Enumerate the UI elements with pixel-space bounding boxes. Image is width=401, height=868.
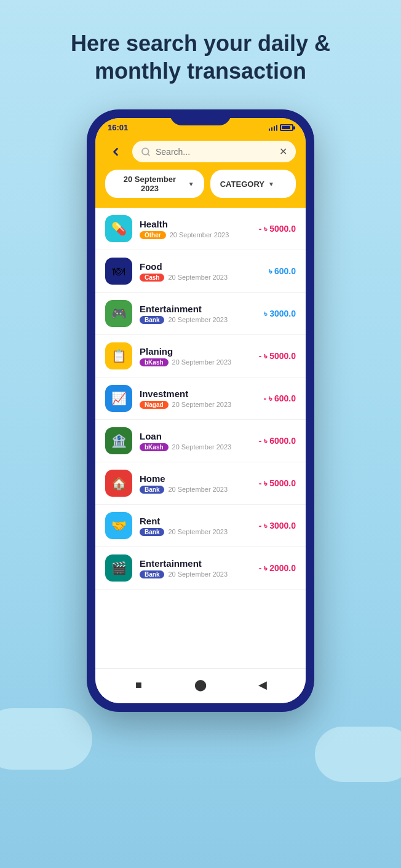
transaction-date: 20 September 2023	[168, 486, 228, 493]
phone-wrapper: 16:01	[0, 109, 401, 712]
transaction-icon: 🎬	[105, 554, 132, 582]
transaction-date: 20 September 2023	[172, 358, 232, 366]
category-chevron-icon: ▼	[268, 181, 274, 187]
transaction-details: Investment Nagad 20 September 2023	[140, 389, 256, 409]
transaction-details: Loan bKash 20 September 2023	[140, 431, 252, 451]
transaction-tag: bKash	[140, 358, 169, 366]
transaction-name: Rent	[140, 516, 252, 526]
category-filter-label: CATEGORY	[220, 180, 264, 189]
back-button[interactable]	[105, 141, 126, 162]
transaction-name: Investment	[140, 389, 256, 399]
transaction-tag: bKash	[140, 443, 169, 451]
transaction-tag: Other	[140, 231, 166, 239]
transaction-details: Planing bKash 20 September 2023	[140, 346, 252, 366]
transaction-tag: Bank	[140, 316, 164, 324]
transaction-amount: - ৳ 6000.0	[259, 436, 296, 446]
transaction-icon-emoji: 💊	[111, 221, 127, 236]
status-time: 16:01	[108, 123, 128, 132]
transaction-icon-emoji: 🏦	[111, 433, 127, 448]
svg-line-1	[148, 154, 149, 156]
transaction-name: Health	[140, 219, 252, 229]
transaction-item[interactable]: 🎬 Entertainment Bank 20 September 2023 -…	[95, 547, 306, 590]
signal-bar-2	[271, 127, 272, 131]
nav-back-button[interactable]: ◀	[254, 676, 271, 693]
search-icon	[141, 147, 151, 157]
transaction-details: Food Cash 20 September 2023	[140, 261, 261, 282]
battery-icon	[280, 124, 293, 131]
date-filter-label: 20 September 2023	[115, 175, 185, 193]
transaction-name: Entertainment	[140, 558, 252, 569]
cloud-decoration-right	[315, 727, 401, 782]
page-title: Here search your daily & monthly transac…	[0, 0, 401, 103]
transaction-details: Rent Bank 20 September 2023	[140, 516, 252, 536]
transaction-tag: Bank	[140, 528, 164, 536]
search-input[interactable]	[156, 147, 274, 157]
transaction-name: Planing	[140, 346, 252, 357]
clear-search-button[interactable]: ✕	[279, 146, 287, 157]
transaction-tag: Nagad	[140, 401, 169, 409]
date-filter-button[interactable]: 20 September 2023 ▼	[105, 170, 204, 198]
transaction-icon: 🎮	[105, 300, 132, 327]
date-chevron-icon: ▼	[188, 181, 194, 187]
search-box: ✕	[132, 141, 296, 162]
transaction-name: Home	[140, 473, 252, 484]
transaction-item[interactable]: 🎮 Entertainment Bank 20 September 2023 ৳…	[95, 293, 306, 335]
transaction-date: 20 September 2023	[168, 570, 228, 578]
stop-icon: ■	[135, 679, 142, 692]
phone-screen: 16:01	[95, 118, 306, 703]
transaction-meta: Bank 20 September 2023	[140, 528, 252, 536]
transaction-item[interactable]: 🏦 Loan bKash 20 September 2023 - ৳ 6000.…	[95, 420, 306, 462]
transaction-amount: - ৳ 5000.0	[259, 351, 296, 361]
transaction-icon: 📈	[105, 385, 132, 412]
transaction-item[interactable]: 🤝 Rent Bank 20 September 2023 - ৳ 3000.0	[95, 505, 306, 547]
transaction-date: 20 September 2023	[172, 443, 232, 451]
transaction-icon-emoji: 🎬	[111, 561, 127, 575]
phone-notch	[170, 109, 231, 125]
transaction-meta: Nagad 20 September 2023	[140, 401, 256, 409]
transaction-icon-emoji: 🤝	[111, 518, 127, 533]
transaction-date: 20 September 2023	[172, 401, 232, 408]
transaction-tag: Bank	[140, 570, 164, 578]
nav-home-button[interactable]: ⬤	[192, 676, 209, 693]
transaction-details: Home Bank 20 September 2023	[140, 473, 252, 494]
back-icon: ◀	[258, 678, 267, 692]
transaction-date: 20 September 2023	[168, 528, 228, 535]
transaction-icon-emoji: 🏠	[111, 476, 127, 491]
signal-bar-1	[269, 128, 270, 131]
transaction-icon: 🏠	[105, 470, 132, 497]
transaction-meta: Bank 20 September 2023	[140, 570, 252, 578]
search-row: ✕	[105, 141, 296, 162]
transaction-meta: Cash 20 September 2023	[140, 274, 261, 282]
transaction-icon: 🏦	[105, 427, 132, 454]
transaction-details: Entertainment Bank 20 September 2023	[140, 304, 256, 324]
transaction-details: Entertainment Bank 20 September 2023	[140, 558, 252, 578]
transaction-icon-emoji: 🍽	[113, 264, 125, 278]
transaction-meta: bKash 20 September 2023	[140, 358, 252, 366]
transaction-tag: Cash	[140, 274, 164, 282]
transaction-amount: - ৳ 600.0	[264, 393, 296, 404]
transaction-item[interactable]: 📋 Planing bKash 20 September 2023 - ৳ 50…	[95, 335, 306, 377]
transaction-meta: Bank 20 September 2023	[140, 486, 252, 494]
nav-stop-button[interactable]: ■	[130, 676, 147, 693]
transaction-name: Loan	[140, 431, 252, 441]
signal-bar-4	[276, 125, 277, 131]
transaction-item[interactable]: 📈 Investment Nagad 20 September 2023 - ৳…	[95, 377, 306, 420]
transaction-name: Entertainment	[140, 304, 256, 314]
transaction-amount: ৳ 600.0	[269, 266, 296, 277]
transaction-meta: Bank 20 September 2023	[140, 316, 256, 324]
category-filter-button[interactable]: CATEGORY ▼	[210, 170, 296, 198]
transaction-icon-emoji: 📋	[111, 349, 127, 363]
bottom-navigation: ■ ⬤ ◀	[95, 668, 306, 703]
filter-row: 20 September 2023 ▼ CATEGORY ▼	[105, 170, 296, 198]
transaction-date: 20 September 2023	[168, 274, 228, 281]
transaction-date: 20 September 2023	[168, 316, 228, 323]
battery-fill	[282, 126, 290, 129]
transaction-amount: ৳ 3000.0	[264, 309, 296, 319]
transaction-icon: 📋	[105, 342, 132, 369]
transaction-item[interactable]: 🍽 Food Cash 20 September 2023 ৳ 600.0	[95, 250, 306, 293]
transaction-date: 20 September 2023	[170, 231, 229, 239]
transaction-item[interactable]: 🏠 Home Bank 20 September 2023 - ৳ 5000.0	[95, 462, 306, 505]
transaction-amount: - ৳ 3000.0	[259, 521, 296, 531]
transaction-item[interactable]: 💊 Health Other 20 September 2023 - ৳ 500…	[95, 208, 306, 250]
transaction-details: Health Other 20 September 2023	[140, 219, 252, 239]
